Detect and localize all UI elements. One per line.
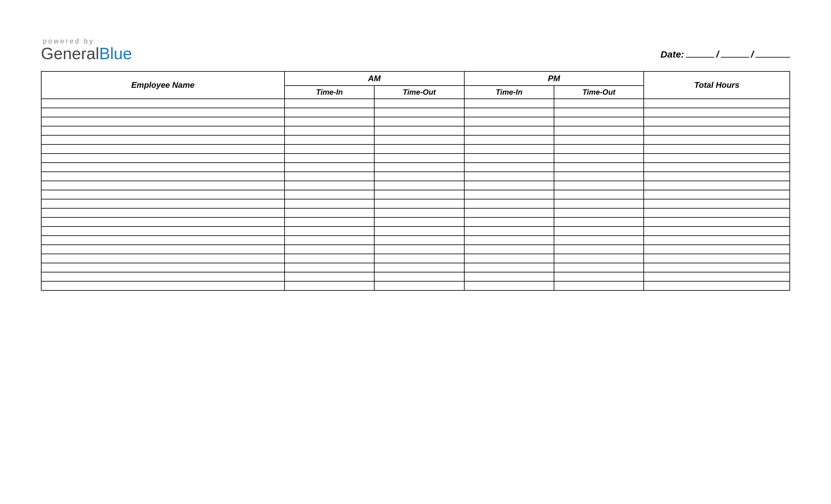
cell[interactable]	[464, 135, 554, 144]
cell[interactable]	[374, 208, 464, 217]
cell[interactable]	[285, 181, 374, 190]
cell[interactable]	[464, 99, 554, 108]
cell[interactable]	[644, 199, 790, 208]
cell[interactable]	[374, 254, 464, 263]
date-year-blank[interactable]	[755, 47, 790, 58]
cell[interactable]	[285, 254, 374, 263]
cell[interactable]	[41, 108, 285, 117]
cell[interactable]	[644, 217, 790, 227]
cell[interactable]	[554, 162, 644, 172]
cell[interactable]	[285, 144, 374, 153]
cell[interactable]	[644, 162, 790, 172]
cell[interactable]	[374, 153, 464, 162]
cell[interactable]	[464, 153, 554, 162]
cell[interactable]	[644, 126, 790, 135]
cell[interactable]	[554, 217, 644, 227]
cell[interactable]	[464, 217, 554, 227]
cell[interactable]	[285, 227, 374, 236]
cell[interactable]	[554, 272, 644, 281]
date-field[interactable]: Date: / /	[660, 47, 790, 62]
cell[interactable]	[374, 281, 464, 290]
cell[interactable]	[464, 272, 554, 281]
cell[interactable]	[374, 190, 464, 199]
cell[interactable]	[464, 199, 554, 208]
cell[interactable]	[41, 208, 285, 217]
cell[interactable]	[374, 181, 464, 190]
cell[interactable]	[644, 245, 790, 254]
cell[interactable]	[554, 135, 644, 144]
cell[interactable]	[285, 217, 374, 227]
cell[interactable]	[644, 254, 790, 263]
cell[interactable]	[285, 108, 374, 117]
cell[interactable]	[41, 227, 285, 236]
cell[interactable]	[41, 99, 285, 108]
cell[interactable]	[644, 108, 790, 117]
cell[interactable]	[374, 108, 464, 117]
cell[interactable]	[644, 99, 790, 108]
cell[interactable]	[374, 135, 464, 144]
cell[interactable]	[41, 281, 285, 290]
cell[interactable]	[285, 126, 374, 135]
cell[interactable]	[374, 217, 464, 227]
cell[interactable]	[41, 199, 285, 208]
cell[interactable]	[554, 190, 644, 199]
cell[interactable]	[644, 135, 790, 144]
cell[interactable]	[285, 245, 374, 254]
cell[interactable]	[554, 108, 644, 117]
cell[interactable]	[464, 245, 554, 254]
cell[interactable]	[41, 153, 285, 162]
cell[interactable]	[285, 172, 374, 181]
cell[interactable]	[41, 144, 285, 153]
date-day-blank[interactable]	[721, 47, 749, 58]
cell[interactable]	[464, 172, 554, 181]
cell[interactable]	[464, 281, 554, 290]
cell[interactable]	[644, 181, 790, 190]
cell[interactable]	[554, 181, 644, 190]
cell[interactable]	[554, 172, 644, 181]
cell[interactable]	[374, 99, 464, 108]
cell[interactable]	[644, 227, 790, 236]
cell[interactable]	[285, 162, 374, 172]
cell[interactable]	[464, 108, 554, 117]
cell[interactable]	[41, 272, 285, 281]
cell[interactable]	[554, 153, 644, 162]
cell[interactable]	[464, 263, 554, 272]
cell[interactable]	[554, 227, 644, 236]
cell[interactable]	[464, 126, 554, 135]
cell[interactable]	[285, 263, 374, 272]
cell[interactable]	[554, 263, 644, 272]
cell[interactable]	[41, 117, 285, 126]
cell[interactable]	[644, 172, 790, 181]
cell[interactable]	[644, 153, 790, 162]
cell[interactable]	[285, 117, 374, 126]
cell[interactable]	[285, 272, 374, 281]
cell[interactable]	[554, 144, 644, 153]
cell[interactable]	[285, 208, 374, 217]
cell[interactable]	[285, 281, 374, 290]
cell[interactable]	[374, 117, 464, 126]
cell[interactable]	[374, 144, 464, 153]
cell[interactable]	[41, 263, 285, 272]
cell[interactable]	[644, 263, 790, 272]
cell[interactable]	[464, 208, 554, 217]
cell[interactable]	[41, 126, 285, 135]
cell[interactable]	[41, 245, 285, 254]
cell[interactable]	[644, 208, 790, 217]
cell[interactable]	[374, 263, 464, 272]
cell[interactable]	[41, 162, 285, 172]
cell[interactable]	[554, 236, 644, 245]
cell[interactable]	[464, 162, 554, 172]
cell[interactable]	[554, 199, 644, 208]
cell[interactable]	[374, 162, 464, 172]
cell[interactable]	[285, 153, 374, 162]
cell[interactable]	[41, 236, 285, 245]
cell[interactable]	[41, 181, 285, 190]
cell[interactable]	[285, 236, 374, 245]
cell[interactable]	[644, 236, 790, 245]
cell[interactable]	[464, 117, 554, 126]
cell[interactable]	[464, 254, 554, 263]
cell[interactable]	[644, 144, 790, 153]
cell[interactable]	[464, 190, 554, 199]
cell[interactable]	[644, 281, 790, 290]
cell[interactable]	[464, 236, 554, 245]
